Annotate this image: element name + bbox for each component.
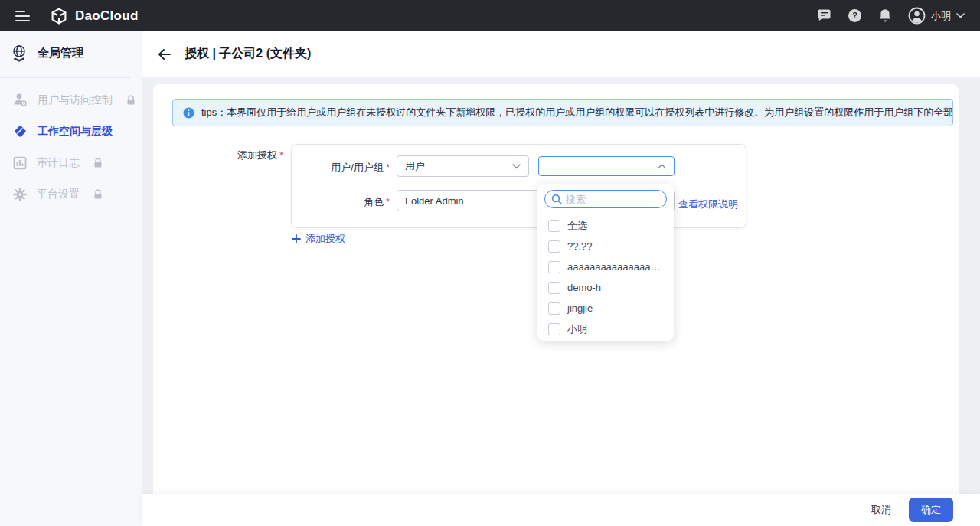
lock-icon [93, 158, 103, 168]
add-authorization-group-label: 添加授权* [153, 149, 283, 162]
menu-toggle-icon[interactable] [15, 11, 30, 21]
search-icon [551, 194, 562, 204]
brand-name: DaoCloud [75, 8, 139, 24]
workspace-diamond-icon [13, 124, 28, 139]
dropdown-option-list: 全选 ??.?? aaaaaaaaaaaaaaaaa… demo-h jingj… [537, 215, 674, 339]
chevron-up-icon [658, 164, 666, 169]
dropdown-option-label: ??.?? [567, 240, 593, 252]
dropdown-search-box[interactable] [544, 190, 667, 208]
subject-type-select[interactable]: 用户 [397, 155, 529, 177]
cancel-button[interactable]: 取消 [871, 503, 891, 517]
chevron-down-icon [956, 13, 965, 18]
daocloud-logo-icon [50, 7, 68, 25]
member-multiselect[interactable] [538, 156, 675, 176]
dropdown-option-label: aaaaaaaaaaaaaaaaa… [567, 261, 661, 273]
svg-text:?: ? [852, 11, 858, 20]
notifications-bell-icon[interactable] [878, 8, 892, 23]
dropdown-option[interactable]: demo-h [537, 277, 674, 298]
dropdown-option-label: jingjie [567, 302, 593, 314]
user-menu[interactable]: 小明 [908, 7, 965, 25]
required-marker: * [386, 196, 390, 207]
sidebar-header-label: 全局管理 [38, 46, 83, 60]
dropdown-option-label: demo-h [567, 282, 601, 293]
audit-log-icon [13, 156, 27, 170]
user-name: 小明 [931, 9, 951, 23]
page-title: 授权 | 子公司2 (文件夹) [185, 46, 311, 62]
plus-icon [292, 234, 301, 243]
subject-type-value: 用户 [405, 159, 425, 173]
brand[interactable]: DaoCloud [50, 7, 139, 25]
authorization-fieldset: 用户/用户组* 用户 角色* Folder Admin [291, 144, 746, 228]
dropdown-option-label: 小明 [567, 322, 587, 336]
checkbox-unchecked-icon[interactable] [548, 302, 560, 315]
avatar-icon [908, 7, 926, 25]
sidebar-item-label: 审计日志 [37, 156, 80, 170]
globe-icon [11, 44, 28, 62]
tips-banner: tips：本界面仅用于给用户或用户组在未授权过的文件夹下新增权限，已授权的用户或… [172, 99, 953, 126]
info-icon [183, 107, 194, 119]
chevron-down-icon [512, 164, 521, 169]
dropdown-option-label: 全选 [567, 219, 587, 233]
sidebar: 全局管理 用户与访问控制 工作空间与层级 [0, 31, 142, 526]
checkbox-unchecked-icon[interactable] [548, 261, 560, 273]
sidebar-item-audit-log[interactable]: 审计日志 [0, 147, 142, 178]
sidebar-item-user-access-control[interactable]: 用户与访问控制 [0, 84, 142, 116]
view-permission-description-link[interactable]: 查看权限说明 [678, 198, 738, 211]
dropdown-option[interactable]: 全选 [537, 215, 674, 236]
subject-field-label: 用户/用户组* [292, 161, 390, 175]
sidebar-item-platform-settings[interactable]: 平台设置 [0, 178, 142, 210]
lock-icon [126, 95, 136, 106]
dropdown-option[interactable]: ??.?? [537, 236, 674, 256]
chat-icon[interactable] [817, 9, 831, 22]
sidebar-divider [0, 77, 130, 78]
sidebar-item-label: 平台设置 [37, 188, 80, 201]
footer-action-bar: 取消 确定 [142, 494, 980, 526]
checkbox-unchecked-icon[interactable] [548, 323, 560, 335]
dropdown-option[interactable]: aaaaaaaaaaaaaaaaa… [537, 256, 674, 277]
required-marker: * [386, 162, 390, 173]
add-authorization-link[interactable]: 添加授权 [292, 232, 345, 246]
checkbox-unchecked-icon[interactable] [548, 282, 560, 294]
role-select-value: Folder Admin [405, 195, 464, 207]
sidebar-item-label: 工作空间与层级 [38, 125, 113, 139]
confirm-button[interactable]: 确定 [909, 498, 953, 522]
topbar: DaoCloud ? [0, 0, 980, 31]
dropdown-option[interactable]: jingjie [537, 298, 674, 319]
required-marker: * [279, 149, 283, 161]
search-input[interactable] [566, 194, 660, 205]
user-gear-icon [13, 93, 28, 107]
gear-icon [13, 188, 27, 201]
sidebar-item-label: 用户与访问控制 [38, 93, 113, 107]
back-arrow-icon[interactable] [158, 48, 172, 60]
lock-icon [93, 189, 103, 200]
role-field-label: 角色* [292, 195, 390, 209]
checkbox-unchecked-icon[interactable] [548, 240, 560, 253]
sidebar-item-workspace-hierarchy[interactable]: 工作空间与层级 [0, 116, 142, 147]
sidebar-header: 全局管理 [0, 31, 142, 73]
add-authorization-link-label: 添加授权 [305, 232, 345, 246]
page-header: 授权 | 子公司2 (文件夹) [142, 31, 980, 77]
checkbox-unchecked-icon[interactable] [548, 220, 560, 232]
dropdown-option[interactable]: 小明 [537, 319, 674, 339]
topbar-actions: ? 小明 [817, 7, 965, 25]
help-icon[interactable]: ? [848, 8, 862, 23]
tips-text: tips：本界面仅用于给用户或用户组在未授权过的文件夹下新增权限，已授权的用户或… [201, 106, 953, 119]
member-dropdown-panel: 全选 ??.?? aaaaaaaaaaaaaaaaa… demo-h jingj… [537, 184, 674, 341]
